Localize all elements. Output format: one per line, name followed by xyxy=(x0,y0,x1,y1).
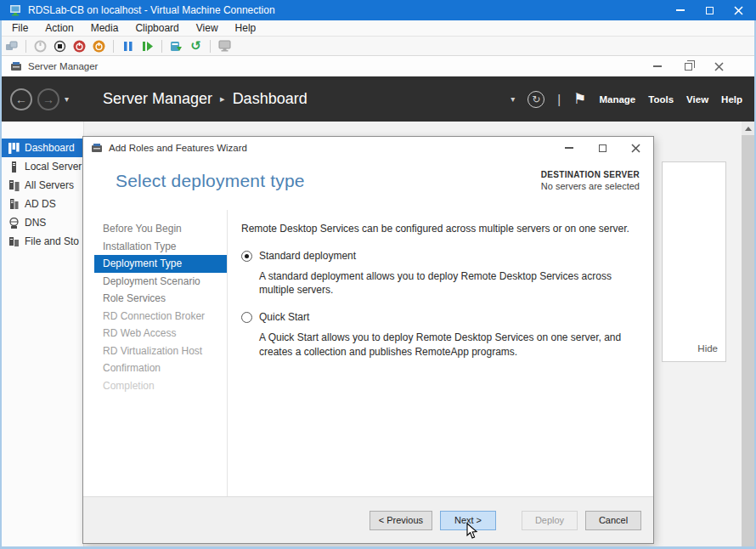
destination-server-value: No servers are selected xyxy=(541,181,640,191)
breadcrumb-separator-icon: ▸ xyxy=(220,93,225,105)
add-roles-features-wizard: Add Roles and Features Wizard Select dep… xyxy=(82,136,654,544)
wizard-close-button[interactable] xyxy=(630,143,640,153)
menu-file[interactable]: File xyxy=(3,20,37,36)
hide-link[interactable]: Hide xyxy=(697,343,718,354)
local-server-icon xyxy=(8,161,20,173)
file-storage-icon xyxy=(8,235,20,247)
help-menu[interactable]: Help xyxy=(721,94,742,105)
resume-icon[interactable] xyxy=(140,39,155,54)
standard-deployment-option[interactable]: Standard deployment xyxy=(241,249,643,263)
sidebar-item-dns[interactable]: DNS xyxy=(2,213,83,232)
sidebar-item-local-server[interactable]: Local Server xyxy=(2,157,83,176)
step-deployment-type[interactable]: Deployment Type xyxy=(94,255,227,273)
nav-dropdown-caret-icon[interactable]: ▾ xyxy=(65,94,69,104)
power-on-icon[interactable] xyxy=(33,39,48,54)
wizard-footer: < Previous Next > Deploy Cancel xyxy=(83,496,653,543)
sidebar: Dashboard Local Server All Servers AD DS xyxy=(2,122,84,546)
vm-close-button[interactable] xyxy=(733,5,743,15)
dns-icon xyxy=(8,217,20,229)
breadcrumb-current[interactable]: Dashboard xyxy=(233,90,307,108)
shutdown-icon[interactable] xyxy=(72,39,87,54)
standard-deployment-radio[interactable] xyxy=(241,251,252,262)
step-confirmation[interactable]: Confirmation xyxy=(94,359,227,377)
wizard-icon xyxy=(89,141,104,156)
steps-divider xyxy=(227,210,228,496)
vertical-scrollbar[interactable] xyxy=(742,122,754,546)
manage-menu[interactable]: Manage xyxy=(599,94,635,105)
sidebar-item-all-servers[interactable]: All Servers xyxy=(2,176,83,195)
sidebar-item-file-storage[interactable]: File and Sto xyxy=(2,232,83,251)
quick-start-description: A Quick Start allows you to deploy Remot… xyxy=(259,331,643,359)
server-manager-header: ← → ▾ Server Manager ▸ Dashboard ▾ ↻ | ⚑… xyxy=(2,76,754,122)
step-before-you-begin[interactable]: Before You Begin xyxy=(94,220,227,238)
step-rd-web-access[interactable]: RD Web Access xyxy=(94,325,227,342)
quick-start-label: Quick Start xyxy=(259,310,309,325)
destination-server-block: DESTINATION SERVER No servers are select… xyxy=(541,170,640,191)
step-role-services[interactable]: Role Services xyxy=(94,290,227,308)
sidebar-item-dashboard[interactable]: Dashboard xyxy=(2,139,83,157)
wizard-minimize-button[interactable] xyxy=(564,143,574,153)
breadcrumb-root[interactable]: Server Manager xyxy=(103,90,212,108)
header-separator: | xyxy=(557,92,561,106)
vm-toolbar: ↺ xyxy=(0,37,756,56)
server-manager-titlebar: Server Manager xyxy=(2,57,754,76)
dashboard-panel: Hide xyxy=(662,161,726,362)
sidebar-item-ad-ds[interactable]: AD DS xyxy=(2,195,83,213)
previous-button[interactable]: < Previous xyxy=(370,511,432,530)
vm-titlebar: RDSLab-CB on localhost - Virtual Machine… xyxy=(0,0,756,20)
cancel-button[interactable]: Cancel xyxy=(585,511,641,530)
forward-button[interactable]: → xyxy=(37,88,59,110)
vm-menubar: File Action Media Clipboard View Help xyxy=(0,20,756,37)
quick-start-option[interactable]: Quick Start xyxy=(241,310,643,325)
wizard-header: Select deployment type DESTINATION SERVE… xyxy=(83,159,653,210)
menu-clipboard[interactable]: Clipboard xyxy=(127,20,187,36)
wizard-steps-nav: Before You Begin Installation Type Deplo… xyxy=(94,220,227,394)
vm-frame-left xyxy=(0,20,2,549)
vm-maximize-button[interactable] xyxy=(704,5,714,15)
breadcrumb: Server Manager ▸ Dashboard xyxy=(103,90,307,108)
menu-help[interactable]: Help xyxy=(227,20,265,36)
step-rd-virtualization-host[interactable]: RD Virtualization Host xyxy=(94,342,227,360)
sm-restore-button[interactable] xyxy=(683,61,693,71)
save-state-icon[interactable] xyxy=(92,39,106,54)
revert-icon[interactable]: ↺ xyxy=(189,39,203,54)
sm-minimize-button[interactable] xyxy=(652,61,663,71)
menu-view[interactable]: View xyxy=(188,20,227,36)
destination-server-label: DESTINATION SERVER xyxy=(541,170,640,179)
quick-start-radio[interactable] xyxy=(241,312,252,323)
vm-minimize-button[interactable] xyxy=(675,5,685,15)
wizard-title: Add Roles and Features Wizard xyxy=(109,143,247,153)
enhanced-session-icon[interactable] xyxy=(217,39,232,54)
wizard-maximize-button[interactable] xyxy=(597,143,607,153)
standard-deployment-label: Standard deployment xyxy=(259,249,356,263)
menu-media[interactable]: Media xyxy=(82,20,127,36)
all-servers-icon xyxy=(8,179,20,191)
step-rd-connection-broker[interactable]: RD Connection Broker xyxy=(94,308,227,325)
vm-connection-window: RDSLab-CB on localhost - Virtual Machine… xyxy=(0,0,756,549)
dashboard-grid-icon xyxy=(8,142,20,154)
step-deployment-scenario[interactable]: Deployment Scenario xyxy=(94,273,227,291)
ad-ds-icon xyxy=(8,198,20,210)
deploy-button: Deploy xyxy=(522,511,578,530)
view-menu[interactable]: View xyxy=(686,94,708,105)
wizard-content: Remote Desktop Services can be configure… xyxy=(241,222,643,361)
tools-menu[interactable]: Tools xyxy=(648,94,674,105)
refresh-icon[interactable]: ↻ xyxy=(528,91,544,108)
wizard-titlebar: Add Roles and Features Wizard xyxy=(83,137,653,159)
server-dropdown-caret-icon[interactable]: ▾ xyxy=(511,94,515,104)
sm-close-button[interactable] xyxy=(714,61,724,71)
vm-window-title: RDSLab-CB on localhost - Virtual Machine… xyxy=(28,4,275,16)
step-completion: Completion xyxy=(94,377,227,395)
ctrl-alt-del-icon[interactable] xyxy=(4,39,19,54)
deployment-intro-text: Remote Desktop Services can be configure… xyxy=(241,222,643,236)
back-button[interactable]: ← xyxy=(10,88,32,110)
wizard-heading: Select deployment type xyxy=(116,171,305,191)
menu-action[interactable]: Action xyxy=(37,20,82,36)
notifications-flag-icon[interactable]: ⚑ xyxy=(573,90,586,108)
checkpoint-icon[interactable] xyxy=(169,39,183,54)
scroll-up-icon[interactable] xyxy=(742,122,754,135)
turn-off-icon[interactable] xyxy=(53,39,67,54)
step-installation-type[interactable]: Installation Type xyxy=(94,238,227,256)
pause-icon[interactable] xyxy=(121,39,135,54)
mouse-cursor xyxy=(466,523,478,543)
